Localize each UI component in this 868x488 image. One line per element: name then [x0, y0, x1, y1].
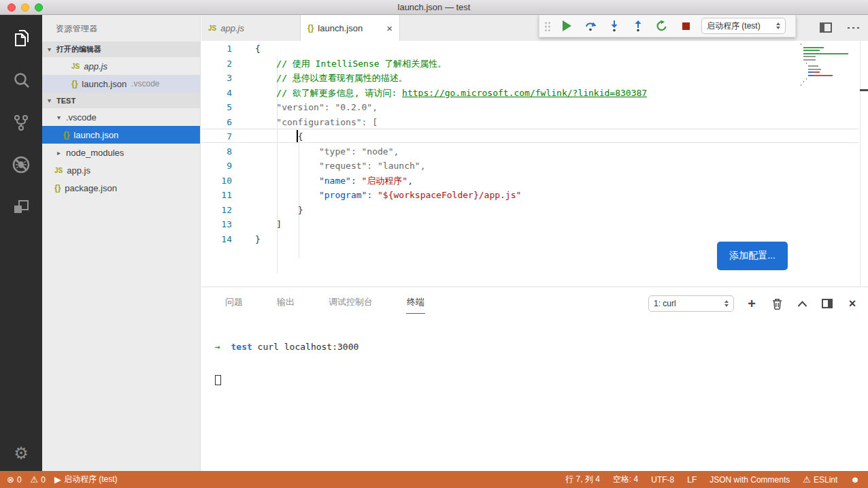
minimap-line — [801, 50, 858, 51]
overview-ruler-cursor-mark — [860, 89, 868, 91]
play-icon: ▶ — [54, 474, 61, 485]
explorer-icon[interactable] — [0, 19, 42, 57]
restart-button[interactable] — [654, 18, 670, 34]
file-app.js[interactable]: JSapp.js — [42, 161, 200, 179]
status-eol[interactable]: LF — [687, 475, 697, 485]
section-header-test[interactable]: ▾TEST — [42, 93, 200, 108]
code-line-2[interactable]: // 使用 IntelliSense 了解相关属性。 — [255, 56, 647, 71]
folder-node_modules[interactable]: ▸node_modules — [42, 144, 200, 161]
line-number: 1 — [201, 42, 232, 56]
minimap-line — [801, 71, 858, 73]
close-panel-button[interactable]: × — [845, 296, 860, 311]
split-panel-button[interactable] — [820, 296, 835, 311]
code-line-7[interactable]: { — [255, 129, 647, 144]
code-line-3[interactable]: // 悬停以查看现有属性的描述。 — [255, 71, 647, 86]
add-configuration-button[interactable]: 添加配置... — [717, 242, 788, 270]
debug-icon[interactable] — [0, 146, 42, 184]
code-line-14[interactable]: } — [255, 232, 647, 247]
minimize-window-button[interactable] — [21, 3, 29, 12]
line-number: 7 — [201, 129, 232, 144]
minimap-line — [801, 44, 858, 45]
minimap[interactable] — [801, 44, 858, 87]
json-file-icon: {} — [71, 79, 78, 88]
line-number: 2 — [201, 56, 232, 71]
minimap-line — [801, 65, 858, 67]
step-into-button[interactable] — [606, 18, 622, 34]
settings-gear-icon[interactable]: ⚙ — [0, 444, 42, 463]
status-eslint[interactable]: ⚠ESLint — [803, 474, 837, 485]
line-number: 12 — [201, 203, 232, 218]
search-icon[interactable] — [0, 61, 42, 99]
code-line-6[interactable]: "configurations": [ — [255, 115, 647, 130]
maximize-panel-button[interactable] — [795, 296, 809, 311]
code-line-10[interactable]: "name": "启动程序", — [255, 174, 647, 189]
code-line-1[interactable]: { — [255, 42, 647, 56]
folder-.vscode[interactable]: ▾.vscode — [42, 108, 200, 126]
minimap-line — [801, 53, 858, 54]
item-label: .vscode — [66, 112, 97, 123]
editor-pane[interactable]: 1234567891011121314 { // 使用 IntelliSense… — [201, 41, 868, 287]
code-line-8[interactable]: "type": "node", — [255, 144, 647, 159]
code-line-11[interactable]: "program": "${workspaceFolder}/app.js" — [255, 188, 647, 203]
code-line-5[interactable]: "version": "0.2.0", — [255, 100, 647, 115]
step-over-button[interactable] — [582, 18, 599, 34]
warning-icon: ⚠ — [803, 474, 811, 485]
status-encoding[interactable]: UTF-8 — [651, 475, 674, 485]
json-file-icon: {} — [54, 183, 61, 193]
editor-tab-app.js[interactable]: JSapp.js — [201, 15, 301, 41]
stop-button[interactable] — [678, 18, 694, 34]
sidebar-title: 资源管理器 — [42, 15, 200, 42]
step-out-button[interactable] — [630, 18, 646, 34]
section-header-label: TEST — [56, 97, 76, 105]
status-language-mode[interactable]: JSON with Comments — [710, 475, 790, 485]
close-tab-icon[interactable]: × — [386, 22, 393, 34]
zoom-window-button[interactable] — [35, 3, 43, 12]
code-line-13[interactable]: ] — [255, 217, 647, 232]
status-warnings[interactable]: ⚠0 — [31, 474, 46, 485]
new-terminal-button[interactable]: + — [744, 296, 759, 311]
extensions-icon[interactable] — [0, 188, 42, 226]
panel-tabs: 问题输出调试控制台终端 — [224, 295, 425, 314]
toolbar-drag-grip[interactable] — [544, 21, 551, 31]
debug-config-select[interactable]: 启动程序 (test) — [701, 18, 786, 34]
status-bar: ⊗0⚠0▶启动程序 (test) 行 7, 列 4空格: 4UTF-8LFJSO… — [0, 471, 868, 488]
status-label: 启动程序 (test) — [64, 474, 118, 485]
code-content[interactable]: { // 使用 IntelliSense 了解相关属性。 // 悬停以查看现有属… — [255, 42, 647, 246]
code-line-12[interactable]: } — [255, 203, 647, 218]
code-line-9[interactable]: "request": "launch", — [255, 159, 647, 174]
status-label: LF — [687, 475, 697, 485]
close-window-button[interactable] — [7, 3, 16, 12]
status-label: UTF-8 — [651, 475, 674, 485]
item-label: node_modules — [66, 148, 124, 158]
status-errors[interactable]: ⊗0 — [7, 474, 22, 485]
terminal-select[interactable]: 1: curl — [648, 295, 734, 312]
open-editor-launch.json[interactable]: {}launch.json.vscode — [42, 75, 200, 93]
explorer-tree: ▾打开的编辑器JSapp.js{}launch.json.vscode▾TEST… — [42, 42, 200, 197]
status-indentation[interactable]: 空格: 4 — [613, 474, 638, 485]
continue-button[interactable] — [558, 18, 575, 34]
kill-terminal-button[interactable] — [769, 296, 784, 311]
panel-tab-问题[interactable]: 问题 — [224, 295, 244, 314]
terminal-view[interactable]: → test curl localhost:3000 — [215, 320, 358, 406]
panel-tab-输出[interactable]: 输出 — [276, 295, 295, 314]
status-cursor-position[interactable]: 行 7, 列 4 — [565, 474, 600, 485]
title-bar: launch.json — test — [0, 0, 868, 15]
panel-tab-调试控制台[interactable]: 调试控制台 — [328, 295, 373, 314]
file-launch.json[interactable]: {}launch.json — [42, 126, 200, 144]
minimap-line — [801, 81, 858, 82]
file-package.json[interactable]: {}package.json — [42, 179, 200, 197]
section-header-open-editors[interactable]: ▾打开的编辑器 — [42, 42, 200, 57]
more-actions-icon[interactable] — [846, 27, 859, 29]
status-feedback[interactable]: ☻ — [850, 474, 860, 485]
status-debug-launch[interactable]: ▶启动程序 (test) — [54, 474, 118, 485]
twisty-icon: ▾ — [57, 114, 66, 121]
minimap-line — [801, 69, 858, 70]
code-line-4[interactable]: // 欲了解更多信息, 请访问: https://go.microsoft.co… — [255, 86, 647, 101]
open-editor-app.js[interactable]: JSapp.js — [42, 57, 200, 75]
status-bar-left: ⊗0⚠0▶启动程序 (test) — [0, 474, 118, 485]
editor-tab-launch.json[interactable]: {}launch.json× — [301, 15, 400, 41]
split-editor-icon[interactable] — [820, 22, 832, 33]
panel-tab-终端[interactable]: 终端 — [406, 295, 425, 314]
js-file-icon: JS — [208, 25, 216, 32]
source-control-icon[interactable] — [0, 103, 42, 142]
